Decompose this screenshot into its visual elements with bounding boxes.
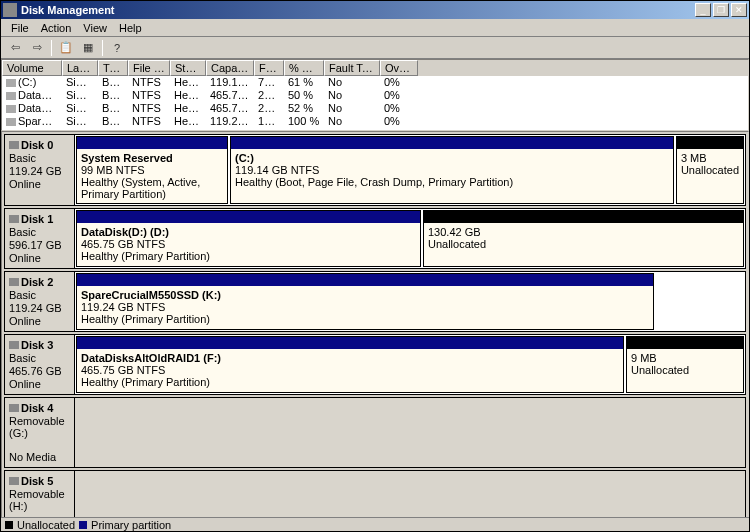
cell-pctfree: 61 %: [284, 76, 324, 89]
separator: [51, 40, 52, 56]
col-overh[interactable]: Overh...: [380, 60, 418, 76]
volume-row[interactable]: (C:)SimpleBasicNTFSHealth...119.14 GB72.…: [2, 76, 748, 89]
volume-icon: [6, 79, 16, 87]
cell-fault: No: [324, 89, 380, 102]
cell-status: Health...: [170, 89, 206, 102]
partition-datadisksalt-f[interactable]: DataDisksAltOldRAID1 (F:) 465.75 GB NTFS…: [76, 336, 624, 393]
cell-overh: 0%: [380, 102, 418, 115]
menubar: File Action View Help: [1, 19, 749, 37]
cell-type: Basic: [98, 89, 128, 102]
disk-icon: [9, 141, 19, 149]
partition-unallocated[interactable]: 130.42 GB Unallocated: [423, 210, 744, 267]
menu-action[interactable]: Action: [35, 21, 78, 35]
col-volume[interactable]: Volume: [2, 60, 62, 76]
cell-fault: No: [324, 102, 380, 115]
cell-free: 232....: [254, 89, 284, 102]
cell-layout: Simple: [62, 115, 98, 128]
volume-icon: [6, 105, 16, 113]
cell-capacity: 119.14 GB: [206, 76, 254, 89]
cell-capacity: 465.75 GB: [206, 102, 254, 115]
cell-volume: DataDisk(D...: [2, 89, 62, 102]
disk-label[interactable]: Disk 1 Basic 596.17 GB Online: [5, 209, 75, 268]
disk-label[interactable]: Disk 3 Basic 465.76 GB Online: [5, 335, 75, 394]
removable-icon: [9, 404, 19, 412]
cell-pctfree: 50 %: [284, 89, 324, 102]
partition-bar: [231, 137, 673, 149]
cell-filesys: NTFS: [128, 115, 170, 128]
col-free[interactable]: Free ...: [254, 60, 284, 76]
cell-type: Basic: [98, 76, 128, 89]
cell-filesys: NTFS: [128, 89, 170, 102]
cell-layout: Simple: [62, 102, 98, 115]
disk-label[interactable]: Disk 4 Removable (G:) No Media: [5, 398, 75, 467]
titlebar: Disk Management _ ❐ ✕: [1, 1, 749, 19]
col-filesys[interactable]: File Sys...: [128, 60, 170, 76]
cell-free: 243....: [254, 102, 284, 115]
maximize-button[interactable]: ❐: [713, 3, 729, 17]
partition-unallocated[interactable]: 3 MB Unallocated: [676, 136, 744, 204]
disk-icon: [9, 278, 19, 286]
cell-filesys: NTFS: [128, 76, 170, 89]
forward-button[interactable]: ⇨: [27, 39, 47, 57]
volume-list-pane[interactable]: Volume Layout Type File Sys... Status Ca…: [1, 59, 749, 131]
cell-volume: (C:): [2, 76, 62, 89]
help-button[interactable]: ?: [107, 39, 127, 57]
cell-free: 119....: [254, 115, 284, 128]
col-layout[interactable]: Layout: [62, 60, 98, 76]
partition-datadisk-d[interactable]: DataDisk(D:) (D:) 465.75 GB NTFS Healthy…: [76, 210, 421, 267]
disk-graphical-pane[interactable]: Disk 0 Basic 119.24 GB Online System Res…: [1, 131, 749, 531]
disk-icon: [9, 341, 19, 349]
disk-row-3: Disk 3 Basic 465.76 GB Online DataDisksA…: [4, 334, 746, 395]
disk-label[interactable]: Disk 2 Basic 119.24 GB Online: [5, 272, 75, 331]
minimize-button[interactable]: _: [695, 3, 711, 17]
cell-status: Health...: [170, 115, 206, 128]
volume-row[interactable]: SpareCrucial...SimpleBasicNTFSHealth...1…: [2, 115, 748, 128]
volume-row[interactable]: DataDisksAl...SimpleBasicNTFSHealth...46…: [2, 102, 748, 115]
volume-icon: [6, 118, 16, 126]
cell-status: Health...: [170, 102, 206, 115]
col-fault[interactable]: Fault Tolera...: [324, 60, 380, 76]
cell-capacity: 465.75 GB: [206, 89, 254, 102]
toolbar: ⇦ ⇨ 📋 ▦ ?: [1, 37, 749, 59]
cell-overh: 0%: [380, 76, 418, 89]
disk-row-1: Disk 1 Basic 596.17 GB Online DataDisk(D…: [4, 208, 746, 269]
partition-unallocated[interactable]: 9 MB Unallocated: [626, 336, 744, 393]
volume-row[interactable]: DataDisk(D...SimpleBasicNTFSHealth...465…: [2, 89, 748, 102]
menu-help[interactable]: Help: [113, 21, 148, 35]
legend: Unallocated Primary partition: [1, 517, 749, 531]
cell-type: Basic: [98, 102, 128, 115]
partition-bar: [627, 337, 743, 349]
app-icon: [3, 3, 17, 17]
volume-icon: [6, 92, 16, 100]
partition-sparecrucial-k[interactable]: SpareCrucialM550SSD (K:) 119.24 GB NTFS …: [76, 273, 654, 330]
cell-layout: Simple: [62, 76, 98, 89]
properties-button[interactable]: ▦: [78, 39, 98, 57]
col-status[interactable]: Status: [170, 60, 206, 76]
cell-status: Health...: [170, 76, 206, 89]
partition-c[interactable]: (C:) 119.14 GB NTFS Healthy (Boot, Page …: [230, 136, 674, 204]
close-button[interactable]: ✕: [731, 3, 747, 17]
partition-bar: [77, 137, 227, 149]
cell-type: Basic: [98, 115, 128, 128]
disk-icon: [9, 215, 19, 223]
cell-overh: 0%: [380, 115, 418, 128]
disk-row-4: Disk 4 Removable (G:) No Media: [4, 397, 746, 468]
menu-view[interactable]: View: [77, 21, 113, 35]
refresh-button[interactable]: 📋: [56, 39, 76, 57]
col-pctfree[interactable]: % Free: [284, 60, 324, 76]
col-type[interactable]: Type: [98, 60, 128, 76]
legend-swatch-primary: [79, 521, 87, 529]
cell-overh: 0%: [380, 89, 418, 102]
cell-filesys: NTFS: [128, 102, 170, 115]
partition-bar: [77, 211, 420, 223]
back-button[interactable]: ⇦: [5, 39, 25, 57]
table-header: Volume Layout Type File Sys... Status Ca…: [2, 60, 748, 76]
disk-label[interactable]: Disk 0 Basic 119.24 GB Online: [5, 135, 75, 205]
menu-file[interactable]: File: [5, 21, 35, 35]
separator: [102, 40, 103, 56]
cell-pctfree: 100 %: [284, 115, 324, 128]
legend-swatch-unallocated: [5, 521, 13, 529]
removable-icon: [9, 477, 19, 485]
col-capacity[interactable]: Capacity: [206, 60, 254, 76]
partition-system-reserved[interactable]: System Reserved 99 MB NTFS Healthy (Syst…: [76, 136, 228, 204]
